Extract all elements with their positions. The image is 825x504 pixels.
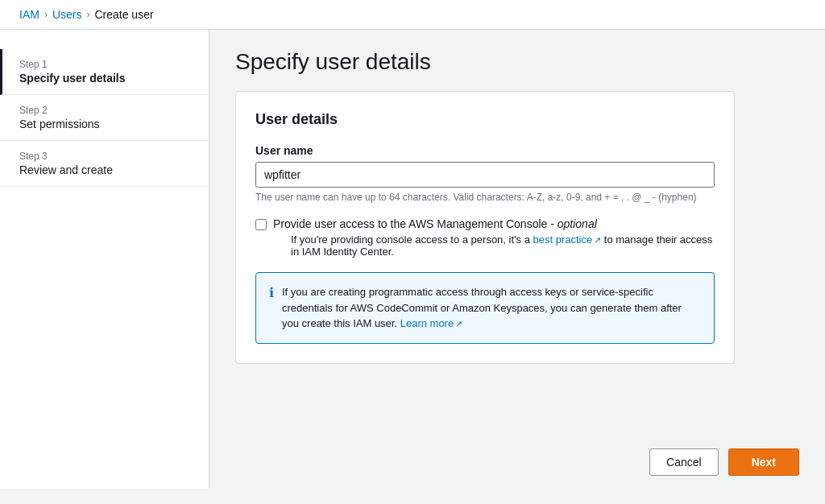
sidebar-step-1[interactable]: Step 1 Specify user details	[0, 49, 209, 95]
console-access-sublabel: If you're providing console access to a …	[291, 233, 715, 258]
info-text-content: If you are creating programmatic access …	[282, 286, 682, 329]
breadcrumb-bar: IAM › Users › Create user	[0, 0, 825, 30]
learn-more-link[interactable]: Learn more↗	[400, 317, 462, 329]
footer: Cancel Next	[209, 436, 825, 489]
breadcrumb-sep-2: ›	[86, 9, 89, 20]
best-practice-link[interactable]: best practice↗	[533, 233, 602, 246]
info-box: ℹ If you are creating programmatic acces…	[255, 272, 715, 344]
user-details-card: User details User name The user name can…	[235, 91, 735, 364]
username-label: User name	[255, 144, 715, 157]
external-link-icon: ↗	[594, 235, 601, 246]
checkbox-optional-text: optional	[558, 217, 597, 230]
step-1-name: Specify user details	[19, 72, 189, 85]
info-text: If you are creating programmatic access …	[282, 284, 701, 332]
content-wrapper: Specify user details User details User n…	[209, 30, 825, 489]
console-access-checkbox-row: Provide user access to the AWS Managemen…	[255, 217, 715, 258]
step-3-label: Step 3	[19, 151, 189, 162]
next-button[interactable]: Next	[728, 448, 799, 476]
best-practice-text: best practice	[533, 233, 593, 246]
step-2-name: Set permissions	[19, 118, 189, 130]
console-access-checkbox[interactable]	[255, 219, 267, 230]
card-title: User details	[255, 111, 715, 128]
breadcrumb-current: Create user	[94, 8, 153, 21]
checkbox-label-text: Provide user access to the AWS Managemen…	[273, 217, 558, 230]
info-icon: ℹ	[269, 285, 274, 300]
main-layout: Step 1 Specify user details Step 2 Set p…	[0, 30, 825, 489]
learn-more-text: Learn more	[400, 317, 454, 329]
sidebar: Step 1 Specify user details Step 2 Set p…	[0, 30, 209, 489]
page-title: Specify user details	[235, 49, 799, 75]
step-3-name: Review and create	[19, 163, 189, 176]
console-access-label: Provide user access to the AWS Managemen…	[273, 217, 597, 230]
cancel-button[interactable]: Cancel	[649, 448, 719, 476]
breadcrumb-iam[interactable]: IAM	[19, 8, 39, 21]
sidebar-step-3[interactable]: Step 3 Review and create	[0, 141, 209, 187]
sidebar-step-2[interactable]: Step 2 Set permissions	[0, 95, 209, 141]
step-1-label: Step 1	[19, 59, 189, 70]
sublabel-pre: If you're providing console access to a …	[291, 233, 533, 246]
breadcrumb-users[interactable]: Users	[52, 8, 82, 21]
content-area: Specify user details User details User n…	[209, 30, 825, 436]
learn-more-external-icon: ↗	[455, 317, 462, 331]
step-2-label: Step 2	[19, 105, 189, 116]
username-hint: The user name can have up to 64 characte…	[255, 192, 715, 203]
username-input[interactable]	[255, 162, 715, 188]
breadcrumb-sep-1: ›	[44, 9, 48, 20]
console-access-label-container: Provide user access to the AWS Managemen…	[273, 217, 715, 258]
